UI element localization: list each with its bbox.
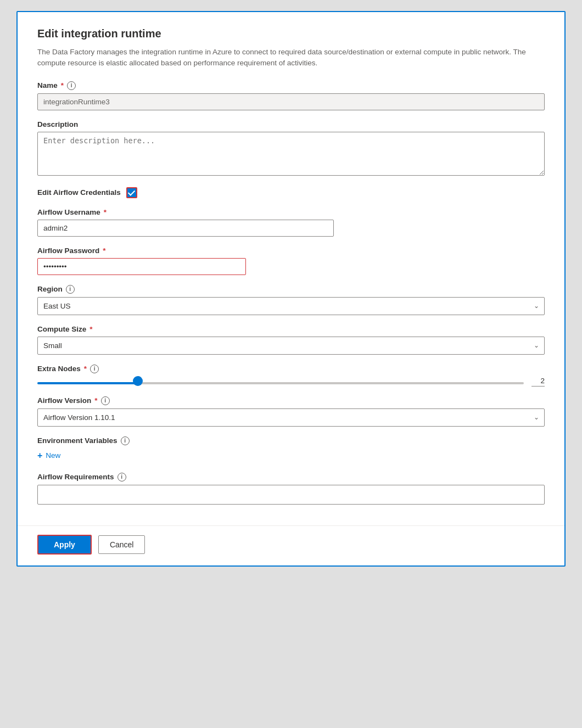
region-label: Region i	[37, 285, 545, 294]
region-info-icon[interactable]: i	[66, 285, 75, 294]
edit-credentials-checkbox[interactable]	[126, 187, 137, 198]
airflow-version-group: Airflow Version * i Airflow Version 1.10…	[37, 396, 545, 427]
cancel-button[interactable]: Cancel	[98, 535, 146, 554]
panel-description: The Data Factory manages the integration…	[37, 47, 545, 69]
airflow-req-label: Airflow Requirements i	[37, 473, 545, 481]
compute-size-group: Compute Size * Small Medium Large ⌄	[37, 325, 545, 355]
edit-credentials-row: Edit Airflow Credentials	[37, 187, 545, 198]
panel-title: Edit integration runtime	[37, 27, 545, 40]
password-group: Airflow Password *	[37, 247, 545, 275]
airflow-version-select-wrapper: Airflow Version 1.10.1 Airflow Version 2…	[37, 408, 545, 427]
description-label: Description	[37, 120, 545, 128]
edit-integration-runtime-panel: Edit integration runtime The Data Factor…	[16, 11, 566, 567]
compute-size-label: Compute Size *	[37, 325, 545, 333]
extra-nodes-value: 2	[531, 377, 545, 387]
apply-button[interactable]: Apply	[37, 535, 92, 555]
region-select-wrapper: East US West US North Europe West Europe…	[37, 297, 545, 315]
extra-nodes-slider[interactable]	[37, 382, 524, 384]
compute-size-select-wrapper: Small Medium Large ⌄	[37, 337, 545, 355]
name-group: Name * i	[37, 81, 545, 110]
password-input[interactable]	[37, 258, 246, 275]
extra-nodes-label: Extra Nodes * i	[37, 365, 545, 373]
extra-nodes-slider-wrapper	[37, 377, 524, 386]
region-select[interactable]: East US West US North Europe West Europe…	[37, 297, 545, 315]
extra-nodes-info-icon[interactable]: i	[90, 365, 99, 373]
name-info-icon[interactable]: i	[67, 81, 76, 90]
airflow-version-select[interactable]: Airflow Version 1.10.1 Airflow Version 2…	[37, 408, 545, 427]
description-group: Description	[37, 120, 545, 177]
panel-footer: Apply Cancel	[18, 525, 564, 565]
airflow-req-group: Airflow Requirements i	[37, 473, 545, 505]
password-required-star: *	[103, 247, 105, 255]
airflow-version-label: Airflow Version * i	[37, 396, 545, 405]
env-variables-new-button[interactable]: + New	[37, 449, 60, 463]
compute-size-select[interactable]: Small Medium Large	[37, 337, 545, 355]
name-label: Name * i	[37, 81, 545, 90]
extra-nodes-required-star: *	[84, 365, 87, 373]
region-group: Region i East US West US North Europe We…	[37, 285, 545, 315]
name-input[interactable]	[37, 93, 545, 110]
compute-size-required-star: *	[89, 325, 92, 333]
password-label: Airflow Password *	[37, 247, 545, 255]
env-variables-group: Environment Variables i + New	[37, 436, 545, 463]
env-variables-label: Environment Variables i	[37, 436, 545, 445]
env-variables-info-icon[interactable]: i	[121, 436, 130, 445]
airflow-req-input[interactable]	[37, 485, 545, 505]
extra-nodes-slider-row: 2	[37, 377, 545, 387]
airflow-version-required-star: *	[94, 396, 97, 405]
username-required-star: *	[104, 208, 107, 216]
edit-credentials-checkbox-wrapper[interactable]	[126, 187, 137, 198]
airflow-version-info-icon[interactable]: i	[101, 396, 110, 405]
airflow-req-info-icon[interactable]: i	[117, 473, 126, 481]
username-input[interactable]	[37, 220, 334, 237]
panel-content: Edit integration runtime The Data Factor…	[18, 12, 564, 525]
plus-icon: +	[37, 451, 42, 461]
extra-nodes-group: Extra Nodes * i 2	[37, 365, 545, 387]
username-group: Airflow Username *	[37, 208, 545, 237]
name-required-star: *	[61, 81, 64, 89]
description-input[interactable]	[37, 132, 545, 176]
edit-credentials-label: Edit Airflow Credentials	[37, 188, 121, 197]
username-label: Airflow Username *	[37, 208, 545, 216]
